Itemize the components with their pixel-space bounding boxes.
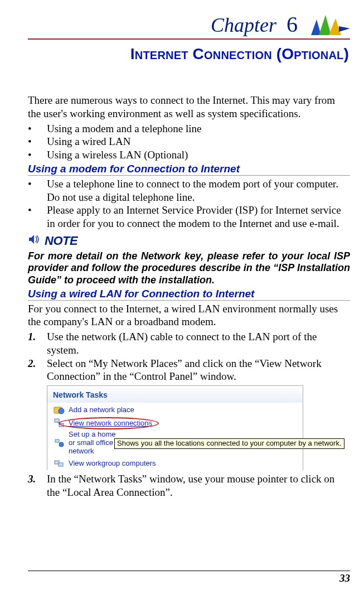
list-item: 2.Select on “My Network Places” and clic… <box>28 357 350 384</box>
nt-item-text: View network connections <box>69 419 152 427</box>
list-item: Using a modem and a telephone line <box>28 122 350 136</box>
list-item: Please apply to an Internet Service Prov… <box>28 204 350 230</box>
list-item: 3.In the “Network Tasks” window, use you… <box>28 472 350 499</box>
nt-item-label: Set up a home or small office network <box>69 431 120 456</box>
svg-rect-11 <box>59 463 63 466</box>
svg-rect-5 <box>55 419 59 422</box>
section2-steps: 1.Use the network (LAN) cable to connect… <box>28 330 350 383</box>
nt-item-label: Add a network place <box>69 405 134 414</box>
page-number: 33 <box>339 572 350 584</box>
network-tasks-title: Network Tasks <box>47 386 303 403</box>
intro-bullet-list: Using a modem and a telephone line Using… <box>28 122 350 162</box>
section-heading-modem: Using a modem for Connection to Internet <box>28 163 350 176</box>
page-title: Internet Connection (Optional) <box>28 45 349 63</box>
list-item: Using a wired LAN <box>28 135 350 148</box>
nt-item-label: View workgroup computers <box>69 459 156 467</box>
svg-marker-0 <box>311 20 321 35</box>
section-heading-lan: Using a wired LAN for Connection to Inte… <box>28 288 350 301</box>
nt-item-view-connections[interactable]: View network connections <box>47 416 303 429</box>
step-text: Select on “My Network Places” and click … <box>47 358 322 383</box>
list-item: 1.Use the network (LAN) cable to connect… <box>28 330 350 357</box>
section2-intro: For you connect to the Internet, a wired… <box>28 302 350 329</box>
network-tasks-screenshot: Network Tasks Add a network place View n… <box>47 385 303 470</box>
note-label: NOTE <box>45 234 77 248</box>
note-speaker-icon <box>28 233 42 249</box>
nt-item-add-place[interactable]: Add a network place <box>47 403 303 416</box>
folder-globe-icon <box>53 404 65 415</box>
note-text: For more detail on the Network key, plea… <box>28 250 350 287</box>
section2-steps-cont: 3.In the “Network Tasks” window, use you… <box>28 472 350 499</box>
nt-item-view-workgroup[interactable]: View workgroup computers <box>47 457 303 470</box>
chapter-word: Chapter <box>211 14 276 36</box>
chapter-label: Chapter 6 <box>211 11 298 37</box>
svg-rect-6 <box>59 423 64 427</box>
intro-paragraph: There are numerous ways to connect to th… <box>28 94 350 120</box>
step-number: 2. <box>28 357 36 370</box>
note-badge: NOTE <box>28 233 350 249</box>
chapter-logo-icon <box>311 13 350 37</box>
step-number: 3. <box>28 472 36 486</box>
svg-marker-1 <box>319 15 331 35</box>
list-item: Use a telephone line to connect to the m… <box>28 177 350 204</box>
svg-rect-8 <box>55 439 59 442</box>
step-text: Use the network (LAN) cable to connect t… <box>47 331 317 356</box>
section1-bullet-list: Use a telephone line to connect to the m… <box>28 177 350 230</box>
chapter-header: Chapter 6 <box>28 11 350 40</box>
nt-item-label-selected: View network connections <box>69 419 152 427</box>
chapter-number: 6 <box>287 12 298 37</box>
svg-point-9 <box>59 442 64 447</box>
step-text: In the “Network Tasks” window, use your … <box>47 473 334 498</box>
computers-icon <box>53 458 65 469</box>
tooltip: Shows you all the locations connected to… <box>114 438 344 449</box>
home-network-icon <box>53 437 65 448</box>
list-item: Using a wireless LAN (Optional) <box>28 148 350 162</box>
nt-item-setup-network[interactable]: Set up a home or small office network Sh… <box>47 429 303 457</box>
page-footer: 33 <box>28 571 350 584</box>
network-icon <box>53 417 65 428</box>
svg-point-4 <box>59 408 64 414</box>
step-number: 1. <box>28 330 36 344</box>
